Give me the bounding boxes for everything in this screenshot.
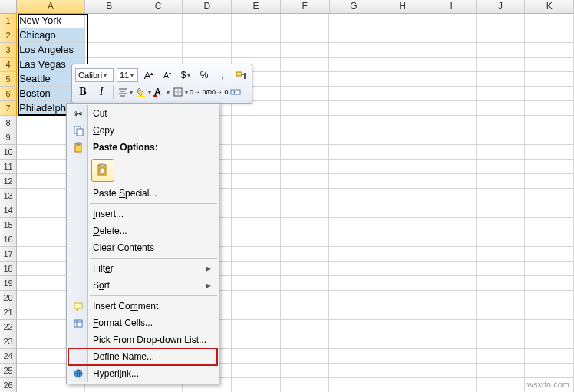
cell[interactable] <box>525 28 574 43</box>
cell[interactable] <box>281 58 330 72</box>
row-header[interactable]: 13 <box>0 189 17 203</box>
cell[interactable] <box>329 28 378 43</box>
cell[interactable] <box>232 291 281 305</box>
cell[interactable] <box>525 116 574 130</box>
cell[interactable] <box>232 232 281 247</box>
cell[interactable] <box>477 58 526 72</box>
cell[interactable] <box>427 101 477 116</box>
cell[interactable] <box>329 174 378 189</box>
cell[interactable] <box>378 101 427 116</box>
cell[interactable] <box>477 276 526 291</box>
paste-option-default[interactable] <box>91 159 114 182</box>
row-header[interactable]: 12 <box>0 174 17 189</box>
row-header[interactable]: 14 <box>0 203 17 218</box>
cell[interactable] <box>232 145 281 160</box>
cell[interactable] <box>281 116 330 130</box>
cell[interactable] <box>525 43 574 58</box>
cell[interactable] <box>378 72 427 87</box>
cell[interactable] <box>378 130 427 145</box>
cell[interactable] <box>477 116 526 130</box>
cell[interactable] <box>525 291 574 305</box>
cell[interactable] <box>329 145 378 160</box>
cell[interactable] <box>427 276 477 291</box>
cell[interactable] <box>378 14 427 28</box>
cell[interactable] <box>477 160 526 174</box>
cell[interactable] <box>477 232 526 247</box>
cell[interactable] <box>281 14 330 28</box>
menu-format-cells[interactable]: Format Cells... <box>68 315 217 331</box>
cell[interactable] <box>378 28 427 43</box>
cell[interactable] <box>477 247 526 262</box>
cell[interactable] <box>477 364 526 378</box>
cell[interactable] <box>329 378 378 392</box>
row-header[interactable]: 10 <box>0 145 17 160</box>
menu-insert-comment[interactable]: Insert Comment <box>68 298 217 315</box>
cell[interactable] <box>232 364 281 378</box>
bold-button[interactable]: B <box>75 84 91 100</box>
cell[interactable] <box>427 14 477 28</box>
decrease-font-button[interactable]: A▾ <box>160 68 175 83</box>
col-header-i[interactable]: I <box>427 0 477 14</box>
cell[interactable] <box>329 232 378 247</box>
cell[interactable] <box>329 116 378 130</box>
row-header[interactable]: 11 <box>0 160 17 174</box>
col-header-c[interactable]: C <box>134 0 183 14</box>
cell[interactable] <box>427 145 477 160</box>
font-family-select[interactable]: Calibri▾ <box>75 68 114 82</box>
cell[interactable] <box>378 160 427 174</box>
cell[interactable] <box>427 232 477 247</box>
cell[interactable] <box>378 378 427 392</box>
menu-copy[interactable]: CCopyopy <box>68 122 217 139</box>
cell[interactable] <box>525 72 574 87</box>
row-header[interactable]: 17 <box>0 247 17 262</box>
cell[interactable] <box>525 364 574 378</box>
cell[interactable] <box>427 189 477 203</box>
cell[interactable] <box>281 28 330 43</box>
cell[interactable] <box>525 334 574 349</box>
cell[interactable] <box>525 14 574 28</box>
cell[interactable] <box>427 28 477 43</box>
col-header-a[interactable]: A <box>17 0 85 14</box>
menu-paste-special[interactable]: Paste Special... <box>68 185 217 202</box>
font-size-select[interactable]: 11▾ <box>117 68 138 82</box>
row-header[interactable]: 26 <box>0 378 17 392</box>
col-header-j[interactable]: J <box>477 0 526 14</box>
cell[interactable] <box>525 305 574 320</box>
row-header[interactable]: 22 <box>0 320 17 334</box>
cell[interactable] <box>378 262 427 276</box>
cell[interactable] <box>525 58 574 72</box>
cell[interactable] <box>378 189 427 203</box>
cell[interactable] <box>232 28 281 43</box>
cell[interactable] <box>183 28 232 43</box>
cell[interactable] <box>427 349 477 364</box>
col-header-k[interactable]: K <box>525 0 574 14</box>
menu-insert[interactable]: Insert... <box>68 206 217 222</box>
cell[interactable] <box>477 203 526 218</box>
cell[interactable] <box>427 130 477 145</box>
row-header[interactable]: 4 <box>0 58 17 72</box>
row-header[interactable]: 5 <box>0 72 17 87</box>
cell[interactable] <box>378 218 427 232</box>
cell[interactable] <box>329 349 378 364</box>
cell[interactable] <box>427 58 477 72</box>
cell[interactable] <box>329 276 378 291</box>
cell[interactable] <box>329 334 378 349</box>
format-painter-icon[interactable] <box>233 68 249 83</box>
cell[interactable] <box>281 276 330 291</box>
cell[interactable] <box>281 130 330 145</box>
row-header[interactable]: 16 <box>0 232 17 247</box>
cell[interactable] <box>427 116 477 130</box>
select-all-corner[interactable] <box>0 0 17 14</box>
cell[interactable] <box>329 58 378 72</box>
cell[interactable] <box>477 174 526 189</box>
menu-hyperlink[interactable]: Hyperlink... <box>68 365 217 382</box>
cell[interactable] <box>477 262 526 276</box>
cell[interactable] <box>232 203 281 218</box>
cell[interactable] <box>427 291 477 305</box>
cell[interactable] <box>525 160 574 174</box>
menu-define-name[interactable]: Define Name... <box>68 348 217 365</box>
col-header-g[interactable]: G <box>330 0 379 14</box>
cell[interactable] <box>378 203 427 218</box>
cell[interactable] <box>232 276 281 291</box>
cell[interactable] <box>281 262 330 276</box>
